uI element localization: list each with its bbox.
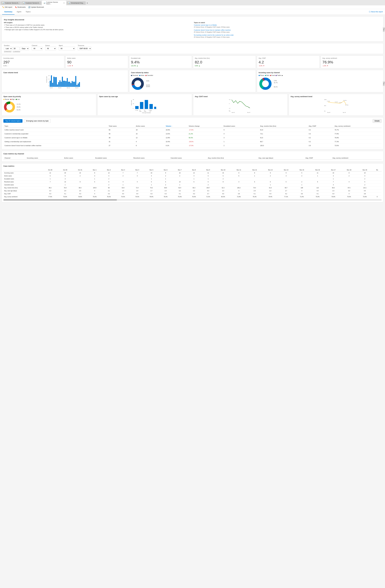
kpi-escalated-rate: Escalated rate 9.4% 115.4% ▲ bbox=[129, 56, 192, 68]
svg-rect-24 bbox=[74, 82, 75, 87]
metrics-cell: 2 bbox=[357, 183, 373, 186]
topic-link-3[interactable]: No tracking number send to the customer … bbox=[194, 34, 381, 36]
metrics-cell: 9 bbox=[231, 171, 247, 174]
tab-close-icon[interactable]: ✕ bbox=[63, 2, 65, 4]
channel-select[interactable]: All bbox=[32, 47, 43, 50]
topic-link-2[interactable]: Customer doesn't know how to maintain co… bbox=[194, 29, 381, 31]
svg-rect-15 bbox=[63, 81, 64, 87]
topic-active: 15 bbox=[135, 132, 165, 136]
metrics-cell: 73.0% bbox=[357, 195, 373, 198]
timezone-select[interactable]: GMT-08:00 bbox=[78, 47, 91, 50]
scroll-bar[interactable] bbox=[3, 199, 382, 200]
topic-escalated: 4 bbox=[223, 132, 259, 136]
svg-rect-6 bbox=[52, 83, 53, 87]
metrics-cell bbox=[215, 183, 231, 186]
new-tab-button[interactable]: + bbox=[86, 1, 89, 5]
metrics-cell bbox=[43, 183, 58, 186]
duration-number-input[interactable] bbox=[13, 47, 20, 50]
metrics-cell: 6 bbox=[310, 180, 325, 183]
metrics-cell: 6 bbox=[187, 180, 201, 183]
metrics-cell bbox=[73, 177, 88, 180]
filters-side-panel-bottom[interactable]: Filters bbox=[383, 81, 385, 86]
metrics-cell: 6 bbox=[231, 174, 247, 177]
metrics-cell: 2 bbox=[159, 183, 173, 186]
metrics-cell: 1 bbox=[247, 174, 262, 177]
queue-select[interactable]: All bbox=[45, 47, 56, 50]
metrics-row: Avg. case age (days)3.32.92.542.11.92.42… bbox=[3, 189, 382, 192]
metrics-row-label: Avg. CSAT bbox=[3, 192, 43, 195]
metrics-cell bbox=[116, 177, 130, 180]
about-report-link[interactable]: ⓘ About this report bbox=[369, 11, 383, 13]
kpi-active-cases: Active cases 90 -1.1% ▼ bbox=[66, 56, 128, 68]
scroll-thumb[interactable] bbox=[3, 199, 117, 200]
channel-col-header: Active cases bbox=[63, 156, 94, 160]
tab-customer-service-historic[interactable]: 📊 Customer Service histori... ✕ bbox=[42, 0, 66, 5]
metrics-cell: 82.9 bbox=[173, 186, 187, 189]
top-10-volume-btn[interactable]: Top 10 volume topics bbox=[3, 119, 23, 123]
duration-unit-select[interactable]: Days bbox=[20, 47, 29, 50]
metrics-row-label: Incoming cases bbox=[3, 171, 43, 174]
tab-topics[interactable]: Topics bbox=[23, 9, 33, 15]
metrics-cell: 9 bbox=[262, 171, 278, 174]
tab-omnichannel[interactable]: 📊 Omnichannel Ong... bbox=[67, 1, 86, 5]
filters-side-panel-top[interactable]: Filters bbox=[383, 27, 385, 32]
topic-active: 12 bbox=[135, 136, 165, 140]
metrics-cell: 76.3% bbox=[247, 195, 262, 198]
metrics-cell: 72.3% bbox=[201, 195, 215, 198]
metrics-scroll-container[interactable]: Oct 29Oct 30Oct 31Nov 1Nov 2Nov 3Nov 4No… bbox=[3, 169, 382, 198]
metrics-cell: 1 bbox=[159, 177, 173, 180]
agent-select[interactable]: All bbox=[59, 47, 75, 50]
duration-type-select[interactable]: Last bbox=[4, 47, 12, 50]
metrics-cell: 13 bbox=[173, 180, 187, 183]
metrics-cell: 4.1 bbox=[247, 192, 262, 195]
bookmarks-button[interactable]: 🔖 Bookmarks bbox=[15, 6, 26, 8]
metrics-cell: 2.9 bbox=[247, 189, 262, 192]
tab-agent[interactable]: Agent bbox=[15, 9, 23, 15]
channel-metrics-section: Case metrics by channel ChannelIncoming … bbox=[2, 151, 383, 162]
metrics-cell bbox=[278, 177, 294, 180]
metrics-cell: 4.3 bbox=[73, 192, 88, 195]
metrics-cell: 1 bbox=[187, 177, 201, 180]
case-volume-trend-card: Case volume trend 20 12 4 0 bbox=[2, 70, 128, 92]
metrics-cell bbox=[130, 183, 144, 186]
table-row: Getting a membership card replacement 31… bbox=[3, 140, 382, 144]
metrics-cell: 4 bbox=[294, 189, 310, 192]
edit-report-button[interactable]: ✏️ Edit report bbox=[2, 6, 12, 8]
metrics-cell bbox=[373, 192, 382, 195]
tab-customer-service-2[interactable]: 📊 Customer Service A... bbox=[21, 1, 42, 5]
tab-summary[interactable]: Summary bbox=[2, 9, 15, 15]
charts-row-2: Open cases by priority Normal High Low 1… bbox=[2, 94, 383, 116]
kpi-csat-title: Avg. CSAT bbox=[259, 57, 318, 59]
topic-active: 18 bbox=[135, 128, 165, 132]
details-btn[interactable]: Details bbox=[373, 119, 382, 123]
metrics-cell: 6.3 bbox=[201, 189, 215, 192]
avg-csat-trend-chart: 4.3 4 3.7 3.6 Nov 06 Nov 20 3.3 2 bbox=[195, 99, 286, 113]
emerging-case-btn[interactable]: Emerging case volume by topic bbox=[24, 119, 51, 123]
svg-text:50%: 50% bbox=[324, 105, 326, 106]
update-bookmark-button[interactable]: 🔄 Update Bookmark bbox=[28, 6, 44, 8]
svg-rect-8 bbox=[55, 77, 56, 87]
metrics-cell bbox=[310, 177, 325, 180]
open-by-age-card: Open cases by case age 40 20 0 <1 Day 1-… bbox=[97, 94, 192, 116]
svg-text:1-3: 1-3 bbox=[139, 110, 140, 111]
metrics-cell: 72.4 bbox=[130, 186, 144, 189]
metrics-date-header: Nov 12 bbox=[247, 169, 262, 171]
metrics-cell: 1 bbox=[144, 177, 159, 180]
metrics-cell: 4.3 bbox=[159, 192, 173, 195]
metrics-cell: 68.7 bbox=[278, 186, 294, 189]
kpi-insights-section: KPI insights There was a 4.1% decrease i… bbox=[4, 22, 191, 39]
metrics-cell: 1 bbox=[310, 174, 325, 177]
metrics-cell: 1 bbox=[116, 183, 130, 186]
col-total: Total cases bbox=[108, 125, 135, 128]
topic-link-1[interactable]: Customer cannot sign in on Mobile bbox=[194, 24, 381, 26]
tab-customer-service-1[interactable]: 📊 Customer Service A... bbox=[0, 1, 21, 5]
metrics-cell: 5 bbox=[88, 180, 102, 183]
kpi-active-value: 90 bbox=[67, 60, 126, 64]
col-volume[interactable]: Volume ↕ bbox=[165, 125, 188, 128]
svg-text:20: 20 bbox=[133, 103, 134, 104]
metrics-cell: 6 bbox=[58, 174, 73, 177]
metrics-cell: 76.0% bbox=[58, 195, 73, 198]
metrics-cell: 4 bbox=[102, 174, 116, 177]
metrics-cell: 89.2 bbox=[43, 186, 58, 189]
metrics-cell: 1 bbox=[173, 183, 187, 186]
